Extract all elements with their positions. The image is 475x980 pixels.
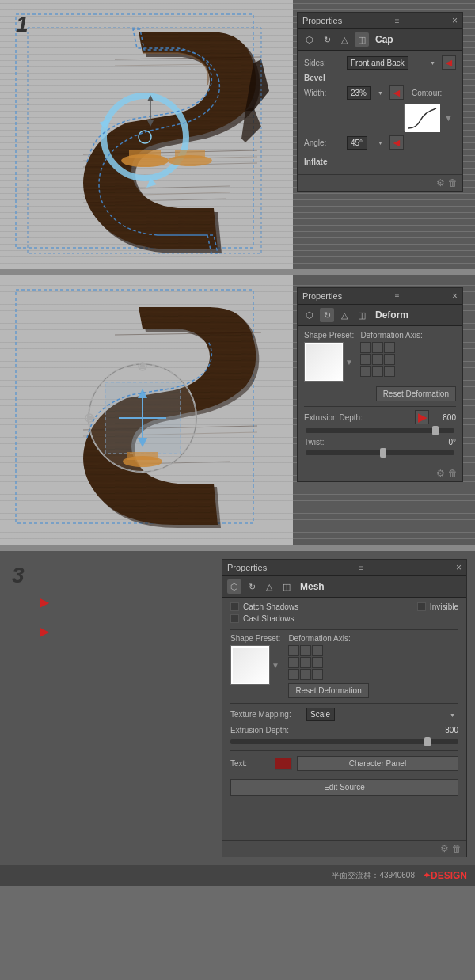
extrusion-row-3: Extrusion Depth: 800	[230, 726, 458, 735]
def-cell[interactable]	[384, 342, 395, 353]
def-cell-3[interactable]	[300, 657, 311, 668]
tab-mesh-1[interactable]: ⬡	[302, 32, 317, 47]
def-cell-3[interactable]	[288, 669, 299, 680]
panel-body-2: Shape Preset: ▼ Deformation Axis:	[298, 326, 462, 465]
canvas-area-1	[0, 0, 293, 269]
shape-preset-preview-3[interactable]	[230, 645, 270, 685]
footer-icon-1[interactable]: ⚙	[436, 177, 445, 188]
sep-3b	[230, 703, 458, 704]
panel-tabs-1: ⬡ ↻ △ ◫ Cap	[298, 29, 462, 51]
def-cell-3[interactable]	[288, 657, 299, 668]
deformation-grid-2	[360, 342, 422, 377]
panel-close-3[interactable]: ×	[456, 562, 462, 573]
edit-source-btn[interactable]: Edit Source	[230, 779, 458, 796]
twist-value: 0°	[432, 438, 456, 446]
footer-icon-3[interactable]: ⚙	[440, 843, 449, 854]
shape-preset-col-3: Shape Preset: ▼	[230, 634, 280, 698]
invisible-cb[interactable]	[417, 602, 426, 611]
panel-menu-1[interactable]: ≡	[395, 17, 400, 25]
angle-select[interactable]: 45°	[347, 136, 367, 150]
text-label: Text:	[230, 759, 270, 768]
def-cell[interactable]	[384, 366, 395, 377]
def-cell-3[interactable]	[300, 669, 311, 680]
extrusion-slider-thumb-3[interactable]	[424, 737, 431, 746]
width-select[interactable]: 23%	[347, 86, 371, 100]
tab-shape-2[interactable]: △	[337, 308, 352, 322]
def-cell-3[interactable]	[300, 645, 311, 656]
twist-row: Twist: 0°	[304, 438, 456, 446]
width-select-wrapper: 23%	[347, 86, 386, 100]
panel-menu-2[interactable]: ≡	[395, 292, 400, 301]
footer-trash-2[interactable]: 🗑	[448, 468, 458, 479]
twist-slider-track[interactable]	[306, 450, 454, 455]
contour-arrow[interactable]: ▼	[444, 113, 453, 123]
section-1: 1	[0, 0, 475, 269]
properties-panel-3: Properties ≡ × ⬡ ↻ △ ◫ Mesh	[222, 559, 467, 857]
footer-icon-2[interactable]: ⚙	[436, 468, 445, 479]
extrusion-slider-track-2[interactable]	[306, 428, 454, 433]
def-cell[interactable]	[360, 354, 371, 365]
preset-arrow[interactable]: ▼	[345, 358, 353, 367]
shape-preset-preview-2[interactable]	[304, 342, 344, 382]
width-arrow-btn[interactable]: ◄	[390, 85, 404, 100]
def-axis-label-3: Deformation Axis:	[288, 634, 368, 643]
def-cell-3[interactable]	[312, 669, 323, 680]
panel-footer-1: ⚙ 🗑	[298, 174, 462, 191]
tab-rotate-2[interactable]: ↻	[320, 308, 334, 322]
extrusion-slider-track-3[interactable]	[230, 739, 458, 744]
extrusion-arrow-2[interactable]: ▶	[415, 410, 429, 424]
panel-title-3: Properties	[227, 563, 267, 572]
panel-spacer-3	[222, 800, 466, 840]
catch-shadows-cb[interactable]	[230, 602, 239, 611]
def-cell-3[interactable]	[312, 657, 323, 668]
s3-right: Properties ≡ × ⬡ ↻ △ ◫ Mesh	[222, 551, 475, 865]
tab-mesh-2[interactable]: ⬡	[302, 308, 317, 322]
panel-close-1[interactable]: ×	[452, 15, 458, 26]
reset-deformation-btn-2[interactable]: Reset Deformation	[376, 386, 456, 401]
panel-menu-3[interactable]: ≡	[359, 564, 364, 572]
angle-select-wrapper: 45°	[347, 136, 386, 150]
tab-shape-1[interactable]: △	[337, 32, 352, 47]
footer-trash-1[interactable]: 🗑	[448, 177, 458, 188]
def-cell-3[interactable]	[288, 645, 299, 656]
inflate-title: Inflate	[304, 158, 456, 166]
texture-select[interactable]: Scale	[306, 708, 335, 721]
sides-arrow-btn[interactable]: ◄	[442, 55, 456, 70]
panel-close-2[interactable]: ×	[452, 291, 458, 302]
def-cell[interactable]	[372, 354, 383, 365]
def-cell[interactable]	[384, 354, 395, 365]
angle-arrow-btn[interactable]: ◄	[390, 135, 404, 150]
tab-shape-3[interactable]: △	[262, 579, 276, 594]
def-cell[interactable]	[360, 366, 371, 377]
tab-rotate-1[interactable]: ↻	[320, 32, 334, 47]
def-cell[interactable]	[360, 342, 371, 353]
tab-deform-3[interactable]: ◫	[279, 579, 294, 594]
red-arrow-extrusion-2: ▶	[418, 411, 427, 424]
twist-slider-thumb[interactable]	[380, 448, 386, 458]
contour-preview[interactable]	[404, 104, 439, 131]
extrusion-slider-thumb-2[interactable]	[432, 426, 439, 435]
cast-shadows-cb[interactable]	[230, 614, 239, 623]
tab-mesh-3[interactable]: ⬡	[227, 579, 241, 594]
footer-trash-3[interactable]: 🗑	[452, 843, 462, 854]
watermark: 平面交流群：43940608 ✦DESIGN	[0, 865, 475, 886]
divider-2	[0, 545, 475, 551]
preset-axis-row: Shape Preset: ▼ Deformation Axis:	[304, 331, 456, 382]
invisible-label: Invisible	[430, 602, 458, 611]
preset-arrow-3[interactable]: ▼	[272, 661, 279, 670]
character-panel-btn[interactable]: Character Panel	[297, 756, 458, 771]
tab-deform-2[interactable]: ◫	[355, 308, 369, 322]
reset-deformation-btn-3[interactable]: Reset Deformation	[288, 683, 368, 698]
sides-select[interactable]: Front and Back	[347, 56, 408, 70]
def-cell[interactable]	[372, 342, 383, 353]
deformation-axis-col: Deformation Axis:	[360, 331, 422, 382]
panel-body-1: Sides: Front and Back ◄ Bevel Width:	[298, 51, 462, 174]
angle-row: Angle: 45° ◄	[304, 135, 456, 150]
tab-rotate-3[interactable]: ↻	[245, 579, 259, 594]
tab-deform-1[interactable]: ◫	[355, 32, 369, 47]
shape-preset-label-3: Shape Preset:	[230, 634, 280, 643]
text-color-box[interactable]	[275, 758, 292, 770]
invisible-row: Invisible	[417, 602, 458, 611]
def-cell-3[interactable]	[312, 645, 323, 656]
def-cell[interactable]	[372, 366, 383, 377]
